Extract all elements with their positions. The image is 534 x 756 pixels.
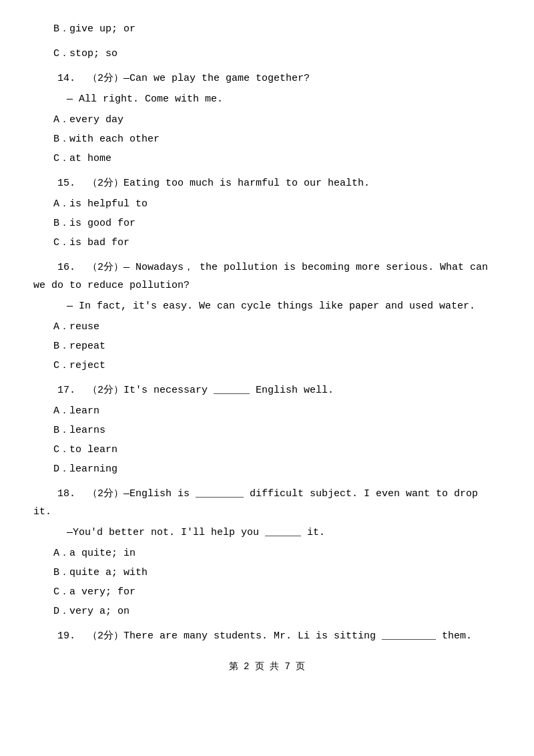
option-c: C．a very; for	[53, 583, 501, 601]
question-text: 17. （2分）It's necessary ______ English we…	[33, 381, 501, 399]
question-text: 19. （2分）There are many students. Mr. Li …	[33, 627, 501, 645]
question-17: 17. （2分）It's necessary ______ English we…	[33, 381, 501, 478]
option-d: D．learning	[53, 460, 501, 478]
option-b: B．repeat	[53, 337, 501, 355]
option-a: A．reuse	[53, 318, 501, 336]
option-a: A．is helpful to	[53, 195, 501, 213]
dialogue-answer: —You'd better not. I'll help you ______ …	[67, 524, 501, 542]
option-b: B．quite a; with	[53, 564, 501, 582]
option-a: A．learn	[53, 402, 501, 420]
question-15: 15. （2分）Eating too much is harmful to ou…	[33, 174, 501, 252]
question-14: 14. （2分）—Can we play the game together? …	[33, 69, 501, 168]
question-text: 16. （2分）— Nowadays， the pollution is bec…	[33, 258, 501, 295]
option-c: C．at home	[53, 150, 501, 168]
dialogue-answer: — In fact, it's easy. We can cycle thing…	[67, 297, 501, 315]
option-text: C．stop; so	[53, 45, 501, 63]
page-content: B．give up; or C．stop; so 14. （2分）—Can we…	[33, 20, 501, 675]
option-c: C．reject	[53, 357, 501, 375]
option-c-stop: C．stop; so	[33, 45, 501, 63]
dialogue-answer: — All right. Come with me.	[67, 90, 501, 108]
question-text: 15. （2分）Eating too much is harmful to ou…	[33, 174, 501, 192]
option-text: B．give up; or	[53, 20, 501, 38]
option-b: B．is good for	[53, 214, 501, 232]
page-footer: 第 2 页 共 7 页	[33, 658, 501, 675]
option-c: C．is bad for	[53, 234, 501, 252]
option-d: D．very a; on	[53, 602, 501, 620]
footer-text: 第 2 页 共 7 页	[229, 661, 306, 672]
option-b: B．learns	[53, 421, 501, 439]
option-b-giveup: B．give up; or	[33, 20, 501, 38]
question-text: 18. （2分）—English is ________ difficult s…	[33, 485, 501, 521]
question-19: 19. （2分）There are many students. Mr. Li …	[33, 627, 501, 645]
question-18: 18. （2分）—English is ________ difficult s…	[33, 485, 501, 620]
option-c: C．to learn	[53, 441, 501, 459]
option-a: A．a quite; in	[53, 544, 501, 562]
option-b: B．with each other	[53, 130, 501, 148]
question-text: 14. （2分）—Can we play the game together?	[33, 69, 501, 87]
option-a: A．every day	[53, 111, 501, 129]
question-16: 16. （2分）— Nowadays， the pollution is bec…	[33, 258, 501, 375]
